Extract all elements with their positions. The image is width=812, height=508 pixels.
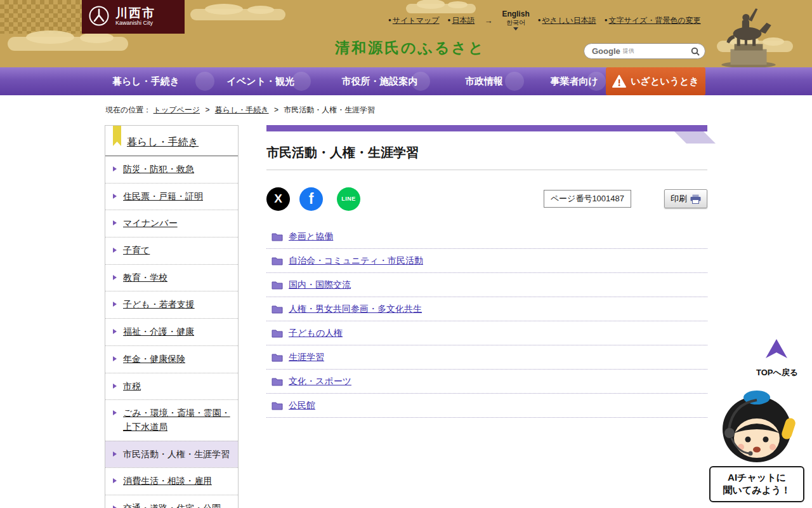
sidebar-item-label[interactable]: 子ども・若者支援 bbox=[123, 299, 195, 309]
cloud-decoration bbox=[8, 37, 128, 51]
sidebar-item-consumer-life[interactable]: 消費生活・相談・雇用 bbox=[105, 467, 238, 495]
sidebar-item-welfare[interactable]: 福祉・介護・健康 bbox=[105, 318, 238, 345]
sidebar-item-education[interactable]: 教育・学校 bbox=[105, 264, 238, 291]
folder-icon bbox=[272, 401, 283, 410]
nav-item-events-tourism[interactable]: イベント・観光 bbox=[227, 76, 294, 88]
breadcrumb-separator: > bbox=[205, 105, 209, 114]
arrow-icon bbox=[113, 356, 117, 361]
ai-chat-mascot bbox=[715, 390, 799, 466]
warning-icon bbox=[612, 75, 626, 88]
category-link-label[interactable]: 人権・男女共同参画・多文化共生 bbox=[289, 304, 422, 315]
category-link-human-rights[interactable]: 人権・男女共同参画・多文化共生 bbox=[266, 297, 707, 321]
nav-item-city-hall-facilities[interactable]: 市役所・施設案内 bbox=[342, 76, 418, 88]
search-icon bbox=[691, 47, 700, 56]
sidebar-item-youth-support[interactable]: 子ども・若者支援 bbox=[105, 291, 238, 318]
category-link-culture-sports[interactable]: 文化・スポーツ bbox=[266, 370, 707, 394]
x-share-button[interactable]: X bbox=[266, 187, 290, 211]
sidebar-item-disaster[interactable]: 防災・防犯・救急 bbox=[105, 156, 238, 183]
category-link-label[interactable]: 文化・スポーツ bbox=[289, 376, 351, 387]
breadcrumb-section-link[interactable]: 暮らし・手続き bbox=[215, 105, 269, 114]
breadcrumb-home-link[interactable]: トップページ bbox=[154, 105, 200, 114]
folder-icon bbox=[272, 377, 283, 386]
sitemap-link[interactable]: サイトマップ bbox=[393, 16, 440, 25]
nav-item-city-information[interactable]: 市政情報 bbox=[465, 76, 503, 88]
breadcrumb-current: 市民活動・人権・生涯学習 bbox=[284, 105, 375, 114]
arrow-icon bbox=[113, 194, 117, 199]
utility-links: ●サイトマップ ●日本語 → English 한국어 ●やさしい日本語 ●文字サ… bbox=[388, 10, 701, 30]
korean-link[interactable]: 한국어 bbox=[506, 19, 525, 27]
category-link-children-rights[interactable]: 子どもの人権 bbox=[266, 321, 707, 345]
category-link-label[interactable]: 国内・国際交流 bbox=[289, 279, 351, 291]
ai-chat-line2: 聞いてみよう！ bbox=[712, 484, 802, 497]
site-header: 川西市 Kawanishi City ●サイトマップ ●日本語 → Englis… bbox=[0, 0, 812, 67]
city-name-block: 川西市 Kawanishi City bbox=[115, 7, 155, 27]
nav-item-business[interactable]: 事業者向け bbox=[551, 76, 598, 88]
category-link-community-center[interactable]: 公民館 bbox=[266, 394, 707, 418]
sidebar-item-label[interactable]: 福祉・介護・健康 bbox=[123, 326, 194, 337]
ai-chat-widget[interactable]: AIチャットに 聞いてみよう！ bbox=[709, 390, 804, 502]
city-logo[interactable]: 川西市 Kawanishi City bbox=[82, 0, 185, 34]
sidebar-item-garbage-environment[interactable]: ごみ・環境・斎場・霊園・上下水道局 bbox=[105, 399, 238, 440]
sidebar-item-transport-housing[interactable]: 交通・道路・住宅・公園 bbox=[105, 495, 238, 508]
category-link-community[interactable]: 自治会・コミュニティ・市民活動 bbox=[266, 249, 707, 273]
city-name-en: Kawanishi City bbox=[115, 20, 155, 27]
sidebar-item-label[interactable]: 防災・防犯・救急 bbox=[123, 164, 194, 174]
sidebar-item-my-number[interactable]: マイナンバー bbox=[105, 210, 238, 237]
printer-icon bbox=[690, 194, 701, 204]
sidebar-item-civic-activities[interactable]: 市民活動・人権・生涯学習 bbox=[105, 441, 238, 468]
ai-chat-label[interactable]: AIチャットに 聞いてみよう！ bbox=[709, 466, 804, 502]
arrow-icon bbox=[113, 329, 117, 334]
sidebar-item-city-tax[interactable]: 市税 bbox=[105, 373, 238, 400]
cloud-decoration bbox=[190, 9, 285, 20]
print-button[interactable]: 印刷 bbox=[664, 189, 707, 208]
breadcrumb-prefix: 現在の位置： bbox=[105, 105, 151, 114]
category-link-label[interactable]: 自治会・コミュニティ・市民活動 bbox=[289, 255, 423, 267]
sidebar-item-pension-insurance[interactable]: 年金・健康保険 bbox=[105, 345, 238, 373]
sidebar-item-label[interactable]: 住民票・戸籍・証明 bbox=[123, 191, 203, 201]
sidebar-item-label[interactable]: 交通・道路・住宅・公園 bbox=[123, 503, 221, 508]
language-switcher[interactable]: English 한국어 bbox=[502, 10, 529, 30]
site-search: Google 提供 bbox=[584, 43, 705, 59]
sidebar-item-label[interactable]: ごみ・環境・斎場・霊園・上下水道局 bbox=[123, 408, 230, 432]
sidebar: 暮らし・手続き 防災・防犯・救急 住民票・戸籍・証明 マイナンバー 子育て 教育… bbox=[105, 125, 239, 508]
japanese-link[interactable]: 日本語 bbox=[452, 16, 475, 25]
sidebar-item-label[interactable]: 市税 bbox=[123, 381, 141, 391]
category-link-label[interactable]: 子どもの人権 bbox=[289, 328, 343, 339]
search-button[interactable] bbox=[686, 44, 705, 58]
category-link-participation[interactable]: 参画と協働 bbox=[266, 225, 707, 249]
category-link-exchange[interactable]: 国内・国際交流 bbox=[266, 273, 707, 297]
nav-item-living-procedures[interactable]: 暮らし・手続き bbox=[112, 76, 180, 88]
arrow-icon bbox=[113, 220, 117, 225]
sidebar-title[interactable]: 暮らし・手続き bbox=[105, 126, 238, 156]
category-link-label[interactable]: 生涯学習 bbox=[289, 352, 324, 363]
category-link-label[interactable]: 公民館 bbox=[289, 400, 315, 411]
up-arrow-icon bbox=[766, 339, 787, 359]
category-link-list: 参画と協働 自治会・コミュニティ・市民活動 国内・国際交流 人権・男女共同参画・… bbox=[266, 225, 707, 418]
english-link[interactable]: English bbox=[502, 10, 529, 19]
title-accent-bar bbox=[266, 125, 707, 131]
search-input[interactable] bbox=[637, 47, 683, 56]
back-to-top-button[interactable]: TOPへ戻る bbox=[756, 339, 797, 378]
sidebar-item-label[interactable]: 子育て bbox=[123, 245, 150, 255]
main-content: 市民活動・人権・生涯学習 X f LINE ページ番号1001487 印刷 参画… bbox=[266, 125, 707, 418]
category-link-label[interactable]: 参画と協働 bbox=[289, 231, 333, 243]
emergency-button[interactable]: いざというとき bbox=[606, 67, 705, 95]
sidebar-item-childcare[interactable]: 子育て bbox=[105, 237, 238, 264]
page: 川西市 Kawanishi City ●サイトマップ ●日本語 → Englis… bbox=[0, 0, 812, 508]
category-link-lifelong-learning[interactable]: 生涯学習 bbox=[266, 345, 707, 370]
sidebar-item-label[interactable]: マイナンバー bbox=[123, 218, 178, 228]
sidebar-item-label[interactable]: 教育・学校 bbox=[123, 272, 167, 283]
easy-japanese-link[interactable]: やさしい日本語 bbox=[542, 16, 596, 25]
sidebar-item-label[interactable]: 消費生活・相談・雇用 bbox=[123, 476, 212, 486]
sidebar-item-label[interactable]: 年金・健康保険 bbox=[123, 354, 185, 364]
sidebar-item-resident-records[interactable]: 住民票・戸籍・証明 bbox=[105, 183, 238, 210]
line-share-button[interactable]: LINE bbox=[337, 187, 360, 211]
arrow-icon bbox=[113, 410, 117, 415]
page-title: 市民活動・人権・生涯学習 bbox=[266, 144, 707, 170]
breadcrumb-separator: > bbox=[274, 105, 278, 114]
sidebar-item-label[interactable]: 市民活動・人権・生涯学習 bbox=[123, 449, 230, 459]
facebook-share-button[interactable]: f bbox=[299, 187, 323, 211]
text-size-link[interactable]: 文字サイズ・背景色の変更 bbox=[609, 16, 701, 25]
arrow-icon bbox=[113, 275, 117, 280]
japanese-link-wrap: ●日本語 bbox=[448, 15, 475, 26]
